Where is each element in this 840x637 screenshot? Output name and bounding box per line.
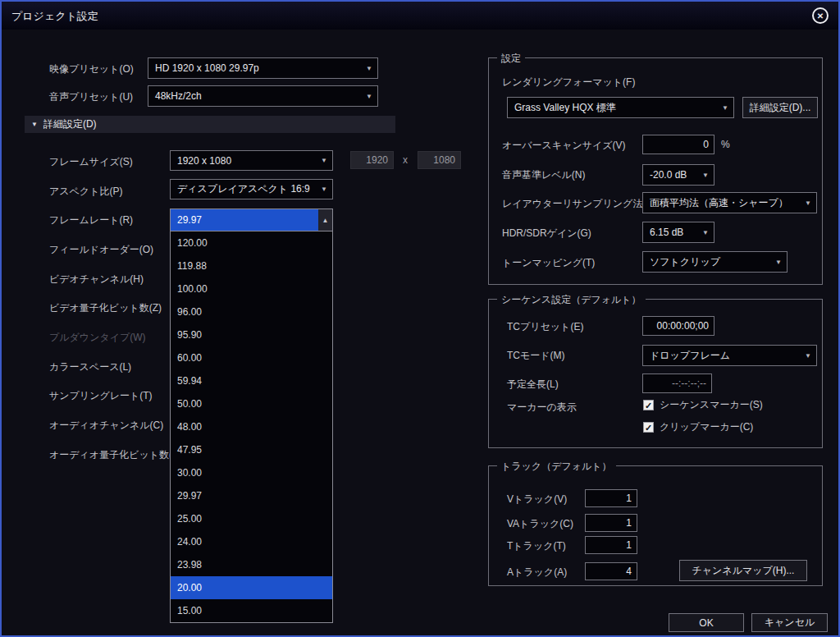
frame-rate-option[interactable]: 25.00 bbox=[171, 507, 332, 530]
advanced-settings-header[interactable]: ▼ 詳細設定(D) bbox=[25, 116, 395, 133]
va-track-field[interactable]: 1 bbox=[585, 514, 637, 532]
aspect-ratio-label: アスペクト比(P) bbox=[49, 185, 122, 199]
cancel-button[interactable]: キャンセル bbox=[751, 613, 828, 632]
tc-mode-value: ドロップフレーム bbox=[650, 349, 730, 363]
frame-rate-dropdown-list: 120.00119.88100.0096.0095.9060.0059.9450… bbox=[170, 231, 333, 623]
overscan-size-field[interactable]: 0 bbox=[642, 135, 714, 154]
sampling-rate-label: サンプリングレート(T) bbox=[49, 389, 153, 403]
frame-rate-option[interactable]: 48.00 bbox=[171, 415, 332, 438]
marker-display-label: マーカーの表示 bbox=[507, 401, 577, 415]
aspect-ratio-select[interactable]: ディスプレイアスペクト 16:9 ▼ bbox=[170, 179, 333, 199]
collapse-arrow-icon: ▼ bbox=[31, 121, 38, 128]
frame-rate-option[interactable]: 119.88 bbox=[171, 254, 332, 277]
hdr-sdr-gain-select[interactable]: 6.15 dB ▼ bbox=[642, 222, 714, 243]
frame-rate-option[interactable]: 50.00 bbox=[171, 392, 332, 415]
tc-mode-select[interactable]: ドロップフレーム ▼ bbox=[642, 345, 817, 366]
frame-rate-option[interactable]: 47.95 bbox=[171, 438, 332, 461]
t-track-field[interactable]: 1 bbox=[585, 536, 637, 554]
close-icon: ✕ bbox=[817, 11, 824, 21]
frame-rate-option[interactable]: 120.00 bbox=[171, 231, 332, 254]
v-track-field[interactable]: 1 bbox=[585, 489, 637, 507]
title-bar: プロジェクト設定 ✕ bbox=[2, 2, 838, 30]
resampling-method-label: レイアウターリサンプリング法(R) bbox=[502, 197, 656, 211]
video-preset-select[interactable]: HD 1920 x 1080 29.97p ▼ bbox=[148, 57, 378, 79]
frame-size-label: フレームサイズ(S) bbox=[49, 155, 133, 169]
a-track-field[interactable]: 4 bbox=[585, 562, 637, 580]
frame-rate-option[interactable]: 59.94 bbox=[171, 369, 332, 392]
tc-preset-field[interactable]: 00:00:00;00 bbox=[642, 316, 714, 336]
total-length-field[interactable]: --:--:--;-- bbox=[642, 373, 712, 393]
close-button[interactable]: ✕ bbox=[812, 7, 829, 24]
tone-mapping-value: ソフトクリップ bbox=[650, 255, 720, 269]
sequence-marker-label: シーケンスマーカー(S) bbox=[660, 398, 763, 412]
frame-rate-option[interactable]: 29.97 bbox=[171, 484, 332, 507]
tc-mode-label: TCモード(M) bbox=[507, 349, 565, 363]
va-track-label: VAトラック(C) bbox=[507, 517, 573, 531]
ok-button[interactable]: OK bbox=[669, 613, 744, 632]
chevron-down-icon: ▼ bbox=[722, 104, 728, 112]
frame-size-value: 1920 x 1080 bbox=[177, 155, 231, 167]
chevron-down-icon: ▼ bbox=[805, 199, 811, 207]
frame-rate-option[interactable]: 30.00 bbox=[171, 461, 332, 484]
total-length-label: 予定全長(L) bbox=[507, 378, 559, 392]
audio-reference-level-value: -20.0 dB bbox=[650, 169, 687, 181]
frame-size-separator: x bbox=[403, 154, 408, 166]
rendering-format-value: Grass Valley HQX 標準 bbox=[514, 101, 616, 115]
overscan-size-label: オーバースキャンサイズ(V) bbox=[502, 139, 626, 153]
chevron-down-icon: ▼ bbox=[702, 172, 709, 179]
aspect-ratio-value: ディスプレイアスペクト 16:9 bbox=[177, 182, 310, 196]
detail-settings-button[interactable]: 詳細設定(D)... bbox=[742, 97, 818, 118]
audio-reference-level-select[interactable]: -20.0 dB ▼ bbox=[642, 164, 714, 186]
audio-preset-value: 48kHz/2ch bbox=[155, 90, 202, 102]
chevron-down-icon: ▼ bbox=[775, 259, 782, 266]
tone-mapping-select[interactable]: ソフトクリップ ▼ bbox=[642, 251, 788, 273]
chevron-down-icon: ▼ bbox=[366, 65, 372, 72]
audio-bit-depth-label: オーディオ量子化ビット数(Q) bbox=[49, 448, 183, 462]
frame-rate-option[interactable]: 20.00 bbox=[171, 576, 332, 599]
frame-rate-option[interactable]: 15.00 bbox=[171, 599, 332, 622]
chevron-down-icon: ▼ bbox=[321, 157, 327, 164]
sequence-settings-group: シーケンス設定（デフォルト） TCプリセット(E) 00:00:00;00 TC… bbox=[488, 299, 823, 448]
resampling-method-select[interactable]: 面積平均法（高速・シャープ） ▼ bbox=[642, 192, 817, 213]
checkbox-checked-icon: ✓ bbox=[643, 400, 654, 410]
frame-rate-option[interactable]: 95.90 bbox=[171, 323, 332, 346]
clip-marker-checkbox[interactable]: ✓ クリップマーカー(C) bbox=[643, 420, 753, 434]
project-settings-dialog: プロジェクト設定 ✕ 映像プリセット(O) HD 1920 x 1080 29.… bbox=[0, 0, 840, 637]
audio-preset-select[interactable]: 48kHz/2ch ▼ bbox=[148, 85, 378, 107]
chevron-down-icon: ▼ bbox=[321, 186, 327, 193]
resampling-method-value: 面積平均法（高速・シャープ） bbox=[650, 196, 788, 210]
sequence-group-title: シーケンス設定（デフォルト） bbox=[497, 293, 646, 307]
frame-rate-selected-value: 29.97 bbox=[171, 209, 318, 231]
scroll-up-button[interactable]: ▲ bbox=[318, 209, 332, 231]
frame-size-select[interactable]: 1920 x 1080 ▼ bbox=[170, 150, 333, 171]
channel-map-button[interactable]: チャンネルマップ(H)... bbox=[679, 560, 807, 581]
frame-rate-option[interactable]: 23.98 bbox=[171, 553, 332, 576]
hdr-sdr-gain-value: 6.15 dB bbox=[650, 227, 683, 238]
chevron-down-icon: ▼ bbox=[702, 229, 709, 236]
clip-marker-label: クリップマーカー(C) bbox=[660, 420, 753, 434]
video-preset-value: HD 1920 x 1080 29.97p bbox=[155, 62, 259, 74]
frame-rate-option[interactable]: 100.00 bbox=[171, 277, 332, 300]
frame-rate-option[interactable]: 96.00 bbox=[171, 300, 332, 323]
frame-rate-option[interactable]: 60.00 bbox=[171, 346, 332, 369]
video-preset-label: 映像プリセット(O) bbox=[49, 62, 134, 76]
rendering-format-label: レンダリングフォーマット(F) bbox=[502, 76, 635, 89]
overscan-unit-label: % bbox=[721, 139, 730, 150]
frame-width-field: 1920 bbox=[350, 151, 394, 169]
audio-reference-level-label: 音声基準レベル(N) bbox=[502, 168, 586, 182]
rendering-format-select[interactable]: Grass Valley HQX 標準 ▼ bbox=[507, 97, 734, 118]
advanced-settings-label: 詳細設定(D) bbox=[43, 117, 97, 131]
chevron-down-icon: ▼ bbox=[366, 93, 372, 100]
color-space-label: カラースペース(L) bbox=[49, 360, 131, 374]
v-track-label: Vトラック(V) bbox=[507, 493, 567, 506]
frame-rate-select-open[interactable]: 29.97 ▲ bbox=[170, 209, 333, 231]
frame-rate-option[interactable]: 24.00 bbox=[171, 530, 332, 553]
chevron-down-icon: ▼ bbox=[805, 352, 811, 360]
audio-preset-label: 音声プリセット(U) bbox=[49, 90, 133, 104]
checkbox-checked-icon: ✓ bbox=[643, 422, 654, 433]
sequence-marker-checkbox[interactable]: ✓ シーケンスマーカー(S) bbox=[643, 398, 763, 412]
tc-preset-label: TCプリセット(E) bbox=[507, 320, 583, 334]
audio-channel-label: オーディオチャンネル(C) bbox=[49, 419, 163, 433]
dialog-title: プロジェクト設定 bbox=[11, 9, 98, 24]
scroll-up-icon: ▲ bbox=[322, 217, 329, 224]
